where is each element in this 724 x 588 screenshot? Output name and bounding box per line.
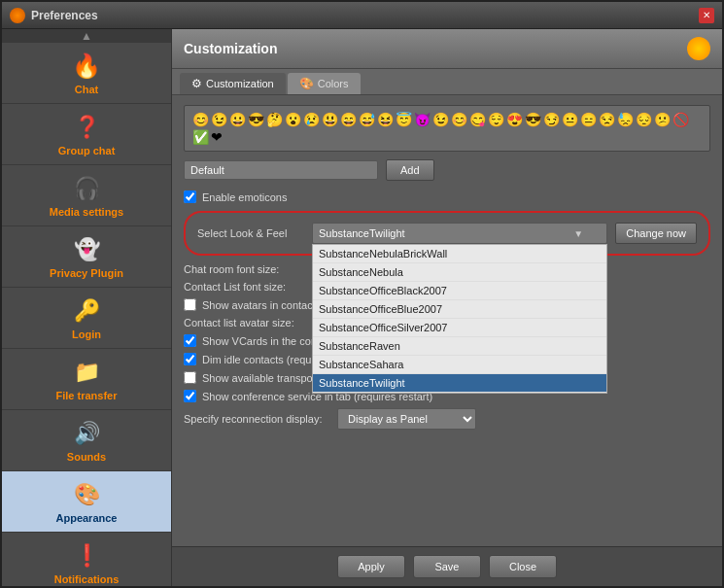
emoji-3[interactable]: 😀 <box>229 112 246 127</box>
sidebar-item-group-chat[interactable]: ❓ Group chat <box>2 104 171 165</box>
emoji-12[interactable]: 😇 <box>396 112 412 127</box>
emoji-23[interactable]: 😒 <box>599 112 615 127</box>
emoji-14[interactable]: 😉 <box>432 112 449 127</box>
sidebar-item-login-label: Login <box>72 329 101 340</box>
emoji-15[interactable]: 😊 <box>451 112 467 127</box>
sidebar-item-appearance[interactable]: 🎨 Appearance <box>2 471 171 533</box>
emoji-11[interactable]: 😆 <box>377 112 394 127</box>
change-now-button[interactable]: Change now <box>615 223 697 244</box>
save-button[interactable]: Save <box>413 555 481 578</box>
panel-title-icon <box>687 37 710 60</box>
emoji-6[interactable]: 😮 <box>285 112 301 127</box>
emoji-18[interactable]: 😍 <box>506 112 523 127</box>
look-and-feel-dropdown-arrow: ▼ <box>573 228 583 239</box>
sidebar-item-notifications[interactable]: ❗ Notifications <box>2 533 171 586</box>
apply-button[interactable]: Apply <box>337 555 405 578</box>
show-avatars-checkbox[interactable] <box>184 298 196 311</box>
sidebar-item-notifications-label: Notifications <box>54 573 120 585</box>
lf-option-twilight[interactable]: SubstanceTwilight <box>313 374 606 393</box>
tab-colors-label: Colors <box>318 78 349 89</box>
emoji-2[interactable]: 😉 <box>211 112 227 127</box>
lf-option-nebulabrickwall[interactable]: SubstanceNebulaBrickWall <box>313 245 606 263</box>
sidebar-item-sounds-label: Sounds <box>67 451 106 463</box>
lf-option-officesilver2007[interactable]: SubstanceOfficeSilver2007 <box>313 319 606 337</box>
emoji-style-dropdown[interactable]: Default Classic Emoji One <box>184 160 378 180</box>
contact-list-font-size-label: Contact List font size: <box>184 281 329 293</box>
sidebar-item-appearance-label: Appearance <box>56 512 118 524</box>
emoji-8[interactable]: 😃 <box>322 112 338 127</box>
show-conference-checkbox[interactable] <box>184 390 196 402</box>
emoji-16[interactable]: 😋 <box>469 112 486 127</box>
sounds-icon: 🔊 <box>71 418 102 449</box>
emoji-7[interactable]: 😢 <box>303 112 320 127</box>
lf-option-raven[interactable]: SubstanceRaven <box>313 337 606 356</box>
emoji-1[interactable]: 😊 <box>192 112 209 127</box>
title-bar: Preferences ✕ <box>2 2 722 29</box>
appearance-icon: 🎨 <box>71 479 102 510</box>
emoji-4[interactable]: 😎 <box>248 112 264 127</box>
sidebar-item-privacy-plugin[interactable]: 👻 Privacy Plugin <box>2 226 171 288</box>
emoji-dropdown-row: Default Classic Emoji One Add <box>184 159 710 181</box>
tab-colors[interactable]: 🎨 Colors <box>288 73 361 94</box>
chat-icon: 🔥 <box>71 51 102 82</box>
emoji-5[interactable]: 🤔 <box>266 112 283 127</box>
emoji-row: 😊 😉 😀 😎 🤔 😮 😢 😃 😄 😅 😆 😇 😈 😉 😊 😋 <box>184 105 710 152</box>
show-transports-checkbox[interactable] <box>184 371 196 384</box>
look-and-feel-dropdown[interactable]: SubstanceTwilight ▼ <box>312 223 607 244</box>
look-and-feel-dropdown-container: SubstanceTwilight ▼ SubstanceNebulaBrick… <box>312 223 607 244</box>
close-button-bottom[interactable]: Close <box>489 555 557 578</box>
emoji-13[interactable]: 😈 <box>414 112 431 127</box>
emoji-22[interactable]: 😑 <box>580 112 597 127</box>
look-and-feel-label: Select Look & Feel <box>197 227 304 239</box>
show-vcards-checkbox[interactable] <box>184 334 196 347</box>
lf-option-sahara[interactable]: SubstanceSahara <box>313 356 606 374</box>
preferences-window: Preferences ✕ ▲ 🔥 Chat ❓ Group chat 🎧 Me… <box>0 0 724 588</box>
emoji-17[interactable]: 😌 <box>488 112 504 127</box>
sidebar-item-login[interactable]: 🔑 Login <box>2 288 171 349</box>
emoji-27[interactable]: 🚫 <box>672 112 689 127</box>
panel-body: 😊 😉 😀 😎 🤔 😮 😢 😃 😄 😅 😆 😇 😈 😉 😊 😋 <box>172 95 722 546</box>
reconnection-display-label: Specify reconnection display: <box>184 413 329 425</box>
panel-title: Customization <box>184 41 277 56</box>
emoji-25[interactable]: 😔 <box>636 112 652 127</box>
tab-customization[interactable]: ⚙ Customization <box>180 73 286 94</box>
sidebar-item-privacy-label: Privacy Plugin <box>50 267 123 279</box>
lf-option-nebula[interactable]: SubstanceNebula <box>313 263 606 282</box>
sidebar-item-media-settings[interactable]: 🎧 Media settings <box>2 165 171 226</box>
chat-room-font-size-label: Chat room font size: <box>184 263 329 275</box>
customization-tab-icon: ⚙ <box>191 77 202 90</box>
sidebar-item-sounds[interactable]: 🔊 Sounds <box>2 410 171 471</box>
sidebar-item-file-transfer[interactable]: 📁 File transfer <box>2 349 171 410</box>
sidebar-item-group-chat-label: Group chat <box>58 145 116 156</box>
emoji-21[interactable]: 😐 <box>562 112 578 127</box>
contact-list-avatar-size-label: Contact list avatar size: <box>184 317 329 329</box>
emoji-20[interactable]: 😏 <box>543 112 560 127</box>
emoji-9[interactable]: 😄 <box>340 112 357 127</box>
look-and-feel-section: Select Look & Feel SubstanceTwilight ▼ S… <box>184 211 710 256</box>
dim-idle-checkbox[interactable] <box>184 353 196 365</box>
emoji-19[interactable]: 😎 <box>525 112 541 127</box>
look-and-feel-dropdown-list: SubstanceNebulaBrickWall SubstanceNebula… <box>312 244 607 394</box>
enable-emoticons-label: Enable emoticons <box>202 191 287 203</box>
group-chat-icon: ❓ <box>71 112 102 143</box>
emoji-28[interactable]: ✅ <box>192 129 209 145</box>
sidebar-item-chat[interactable]: 🔥 Chat <box>2 43 171 104</box>
lf-option-officeblack2007[interactable]: SubstanceOfficeBlack2007 <box>313 282 606 300</box>
close-button[interactable]: ✕ <box>699 8 714 23</box>
enable-emoticons-checkbox[interactable] <box>184 190 196 203</box>
colors-tab-icon: 🎨 <box>299 77 314 90</box>
emoji-26[interactable]: 😕 <box>654 112 671 127</box>
app-icon <box>10 8 25 23</box>
media-settings-icon: 🎧 <box>71 173 102 204</box>
tab-bar: ⚙ Customization 🎨 Colors <box>172 69 722 95</box>
reconnection-display-dropdown[interactable]: Display as Panel Display as Dialog Displ… <box>337 408 476 430</box>
emoji-24[interactable]: 😓 <box>617 112 634 127</box>
emoji-10[interactable]: 😅 <box>359 112 375 127</box>
emoji-29[interactable]: ❤ <box>211 129 223 145</box>
sidebar: ▲ 🔥 Chat ❓ Group chat 🎧 Media settings 👻… <box>2 29 172 586</box>
sidebar-scroll-up[interactable]: ▲ <box>2 29 171 43</box>
panel-title-bar: Customization <box>172 29 722 69</box>
add-emoji-button[interactable]: Add <box>386 159 434 181</box>
lf-option-officeblue2007[interactable]: SubstanceOfficeBlue2007 <box>313 300 606 319</box>
sidebar-item-chat-label: Chat <box>75 84 98 95</box>
